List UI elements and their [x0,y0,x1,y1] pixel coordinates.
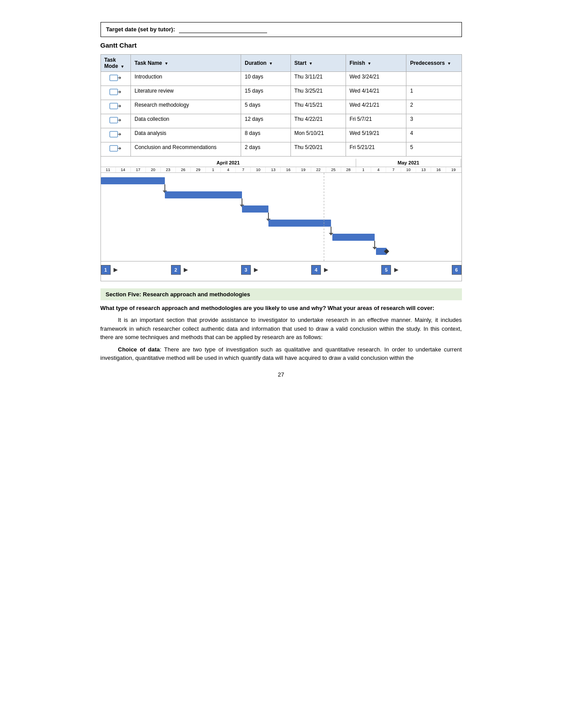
gantt-dates-bar: 1114172023262914710131619222528147101316… [101,167,462,173]
gantt-date-cell: 10 [251,167,266,172]
predecessors-cell: 4 [406,128,462,142]
duration-cell: 12 days [241,114,291,128]
task-mode-cell [100,72,131,86]
seq-box-3: 3 [241,265,251,275]
finish-cell: Wed 4/21/21 [346,100,406,114]
svg-rect-6 [110,103,118,109]
svg-rect-9 [110,117,118,123]
task-mode-icon [109,74,122,84]
start-cell: Thu 3/25/21 [290,86,346,100]
finish-cell: Wed 4/14/21 [346,86,406,100]
target-date-label: Target date (set by tutor): [106,26,175,33]
finish-cell: Wed 3/24/21 [346,72,406,86]
svg-marker-2 [119,76,121,79]
task-mode-cell [100,86,131,100]
gantt-date-cell: 1 [356,167,371,172]
task-mode-cell [100,114,131,128]
task-name-cell: Data analysis [131,128,241,142]
gantt-date-cell: 1 [206,167,221,172]
gantt-bars-container [101,173,462,261]
gantt-date-cell: 19 [446,167,461,172]
target-date-section: Target date (set by tutor): [100,22,462,37]
task-mode-svg [109,144,122,153]
start-dropdown-arrow[interactable]: ▼ [309,61,313,66]
gantt-date-cell: 11 [101,167,116,172]
gantt-date-cell: 13 [266,167,281,172]
seq-box-1: 1 [101,265,111,275]
svg-marker-8 [119,105,121,108]
duration-dropdown-arrow[interactable]: ▼ [269,61,273,66]
gantt-date-cell: 29 [191,167,206,172]
seq-arrow-2: ► [182,266,190,274]
gantt-date-cell: 28 [341,167,356,172]
predecessors-cell: 2 [406,100,462,114]
gantt-date-cell: 14 [116,167,131,172]
svg-marker-14 [119,133,121,136]
gantt-bar-5 [332,234,375,241]
svg-rect-0 [110,75,118,81]
seq-arrow-4: ► [323,266,330,274]
table-row: Data collection 12 days Thu 4/22/21 Fri … [100,114,462,128]
gantt-date-cell: 26 [176,167,191,172]
gantt-date-cell: 10 [401,167,416,172]
task-name-dropdown-arrow[interactable]: ▼ [164,61,168,66]
start-cell: Thu 4/15/21 [290,100,346,114]
th-task-name[interactable]: Task Name ▼ [131,55,241,72]
gantt-months-bar: April 2021May 2021 [101,159,462,167]
paragraph-1: It is an important section that provide … [100,316,462,342]
gantt-date-cell: 19 [296,167,311,172]
duration-cell: 15 days [241,86,291,100]
th-start[interactable]: Start ▼ [290,55,346,72]
th-predecessors[interactable]: Predecessors ▼ [406,55,462,72]
table-row: Data analysis 8 days Mon 5/10/21 Wed 5/1… [100,128,462,142]
table-row: Literature review 15 days Thu 3/25/21 We… [100,86,462,100]
finish-cell: Fri 5/7/21 [346,114,406,128]
gantt-date-cell: 16 [281,167,296,172]
task-mode-icon [109,144,122,154]
gantt-date-cell: 7 [236,167,251,172]
svg-rect-12 [110,131,118,137]
table-row: Introduction 10 days Thu 3/11/21 Wed 3/2… [100,72,462,86]
gantt-date-cell: 7 [386,167,401,172]
table-row: Research methodology 5 days Thu 4/15/21 … [100,100,462,114]
gantt-table: Task Mode ▼ Task Name ▼ Duration ▼ Start… [100,54,462,157]
task-mode-icon [109,116,122,126]
task-mode-dropdown-arrow[interactable]: ▼ [120,64,124,69]
task-mode-svg [109,130,122,139]
duration-cell: 10 days [241,72,291,86]
finish-cell: Wed 5/19/21 [346,128,406,142]
seq-box-5: 5 [381,265,391,275]
page-number: 27 [100,371,462,378]
task-mode-svg [109,88,122,97]
seq-box-6: 6 [452,265,462,275]
duration-cell: 2 days [241,142,291,157]
svg-marker-17 [119,147,121,150]
task-mode-svg [109,116,122,125]
target-date-underline [179,26,267,33]
april-month-label: April 2021 [101,159,356,167]
task-name-cell: Literature review [131,86,241,100]
section-five-heading: Section Five: Research approach and meth… [100,288,462,300]
duration-cell: 5 days [241,100,291,114]
th-duration[interactable]: Duration ▼ [241,55,291,72]
finish-dropdown-arrow[interactable]: ▼ [368,61,372,66]
gantt-bar-1 [101,177,165,184]
gantt-date-cell: 17 [131,167,146,172]
gantt-svg [101,173,462,261]
th-task-mode[interactable]: Task Mode ▼ [100,55,131,72]
task-name-cell: Conclusion and Recommendations [131,142,241,157]
seq-arrow-3: ► [253,266,260,274]
task-name-cell: Data collection [131,114,241,128]
paragraph-2: Choice of data: There are two type of in… [100,345,462,362]
may-month-label: May 2021 [356,159,462,167]
th-finish[interactable]: Finish ▼ [346,55,406,72]
seq-arrow-1: ► [112,266,119,274]
start-cell: Thu 5/20/21 [290,142,346,157]
task-mode-icon [109,130,122,140]
gantt-chart-title: Gantt Chart [100,41,462,49]
finish-cell: Fri 5/21/21 [346,142,406,157]
task-name-cell: Research methodology [131,100,241,114]
gantt-bar-3 [242,205,268,213]
predecessors-cell: 1 [406,86,462,100]
predecessors-dropdown-arrow[interactable]: ▼ [447,61,451,66]
